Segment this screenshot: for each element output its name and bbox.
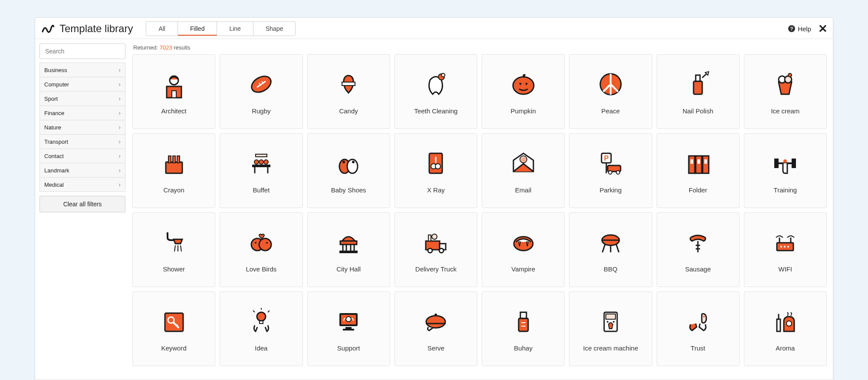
template-card-training[interactable]: Training bbox=[744, 133, 827, 208]
template-label: Nail Polish bbox=[683, 107, 713, 115]
template-label: Email bbox=[515, 186, 532, 194]
buhay-icon bbox=[508, 306, 539, 337]
header: Template library AllFilledLineShape ? He… bbox=[35, 18, 833, 39]
category-sport[interactable]: Sport› bbox=[39, 91, 125, 106]
category-label: Finance bbox=[44, 110, 64, 116]
template-label: Love Birds bbox=[246, 265, 276, 273]
pumpkin-icon bbox=[508, 69, 539, 99]
candy-icon bbox=[333, 69, 364, 99]
tab-filled[interactable]: Filled bbox=[178, 22, 217, 36]
crayon-icon bbox=[159, 148, 189, 178]
category-transport[interactable]: Transport› bbox=[39, 134, 125, 149]
training-icon bbox=[770, 148, 800, 178]
chevron-right-icon: › bbox=[118, 138, 121, 145]
template-card-aroma[interactable]: Aroma bbox=[744, 291, 827, 366]
template-label: Trust bbox=[690, 344, 705, 352]
template-card-bbq[interactable]: BBQ bbox=[569, 212, 652, 287]
template-card-trust[interactable]: Trust bbox=[657, 291, 740, 366]
category-label: Medical bbox=[44, 182, 64, 188]
icecreammachine-icon bbox=[595, 306, 626, 337]
template-label: Buffet bbox=[253, 186, 270, 194]
template-label: Delivery Truck bbox=[415, 265, 457, 273]
template-card-shower[interactable]: Shower bbox=[132, 212, 215, 287]
category-medical[interactable]: Medical› bbox=[39, 177, 125, 192]
template-card-email[interactable]: Email bbox=[482, 133, 565, 208]
babyshoes-icon bbox=[333, 148, 364, 178]
template-card-babyshoes[interactable]: Baby Shoes bbox=[307, 133, 390, 208]
template-card-pumpkin[interactable]: Pumpkin bbox=[482, 54, 565, 129]
close-icon[interactable]: ✕ bbox=[818, 23, 828, 34]
style-tabs: AllFilledLineShape bbox=[146, 21, 296, 36]
template-card-nailpolish[interactable]: Nail Polish bbox=[657, 54, 740, 129]
help-button[interactable]: ? Help bbox=[788, 25, 811, 33]
category-label: Landmark bbox=[44, 167, 69, 174]
template-card-sausage[interactable]: Sausage bbox=[657, 212, 740, 287]
category-finance[interactable]: Finance› bbox=[39, 106, 125, 120]
template-label: WIFI bbox=[779, 265, 792, 273]
template-card-serve[interactable]: Serve bbox=[395, 291, 477, 366]
support-icon bbox=[333, 306, 364, 337]
template-card-xray[interactable]: X Ray bbox=[395, 133, 477, 208]
template-label: Sausage bbox=[685, 265, 711, 273]
template-label: Pumpkin bbox=[510, 107, 536, 115]
clear-filters-button[interactable]: Clear all filters bbox=[39, 196, 125, 212]
template-card-buffet[interactable]: Buffet bbox=[220, 133, 302, 208]
template-card-icecream[interactable]: Ice cream bbox=[744, 54, 827, 129]
template-card-idea[interactable]: Idea bbox=[220, 291, 302, 366]
category-computer[interactable]: Computer› bbox=[39, 77, 125, 92]
results-count: Returned: 7023 results bbox=[133, 44, 827, 51]
peace-icon bbox=[595, 69, 626, 99]
template-card-candy[interactable]: Candy bbox=[307, 54, 390, 129]
template-card-architect[interactable]: Architect bbox=[132, 54, 215, 129]
template-card-icecreammachine[interactable]: Ice cream machine bbox=[569, 291, 652, 366]
tab-shape[interactable]: Shape bbox=[253, 22, 295, 36]
architect-icon bbox=[159, 69, 189, 99]
sausage-icon bbox=[683, 227, 713, 258]
template-label: Teeth Cleaning bbox=[414, 107, 457, 115]
template-label: Keyword bbox=[161, 344, 186, 352]
template-label: Aroma bbox=[776, 344, 795, 352]
template-card-parking[interactable]: Parking bbox=[569, 133, 652, 208]
tab-all[interactable]: All bbox=[146, 22, 178, 36]
template-card-peace[interactable]: Peace bbox=[569, 54, 652, 129]
truck-icon bbox=[421, 227, 451, 258]
template-card-buhay[interactable]: Buhay bbox=[482, 291, 565, 366]
category-nature[interactable]: Nature› bbox=[39, 120, 125, 135]
template-card-support[interactable]: Support bbox=[307, 291, 390, 366]
template-label: City Hall bbox=[336, 265, 361, 273]
app-logo-icon bbox=[40, 21, 55, 36]
template-label: Crayon bbox=[163, 186, 184, 194]
search-input[interactable] bbox=[39, 43, 125, 59]
template-card-teeth[interactable]: Teeth Cleaning bbox=[395, 54, 477, 129]
template-label: X Ray bbox=[427, 186, 445, 194]
main-content: Returned: 7023 results ArchitectRugbyCan… bbox=[130, 39, 833, 380]
category-label: Business bbox=[44, 67, 67, 73]
sidebar: Business›Computer›Sport›Finance›Nature›T… bbox=[35, 39, 130, 380]
template-label: Support bbox=[337, 344, 360, 352]
category-label: Nature bbox=[44, 124, 61, 131]
help-label: Help bbox=[798, 25, 811, 33]
category-contact[interactable]: Contact› bbox=[39, 149, 125, 163]
category-label: Sport bbox=[44, 96, 58, 102]
template-label: Parking bbox=[599, 186, 621, 194]
template-label: Architect bbox=[161, 107, 186, 115]
tab-line[interactable]: Line bbox=[217, 22, 253, 36]
template-card-truck[interactable]: Delivery Truck bbox=[395, 212, 477, 287]
buffet-icon bbox=[246, 148, 276, 178]
template-card-folder[interactable]: Folder bbox=[657, 133, 740, 208]
header-actions: ? Help ✕ bbox=[788, 23, 828, 34]
template-card-cityhall[interactable]: City Hall bbox=[307, 212, 390, 287]
category-list: Business›Computer›Sport›Finance›Nature›T… bbox=[38, 63, 127, 192]
template-card-vampire[interactable]: Vampire bbox=[482, 212, 565, 287]
category-landmark[interactable]: Landmark› bbox=[39, 163, 125, 178]
chevron-right-icon: › bbox=[118, 81, 121, 88]
template-card-rugby[interactable]: Rugby bbox=[220, 54, 302, 129]
template-card-lovebirds[interactable]: Love Birds bbox=[220, 212, 302, 287]
category-label: Contact bbox=[44, 153, 64, 159]
chevron-right-icon: › bbox=[118, 124, 121, 131]
category-business[interactable]: Business› bbox=[39, 63, 125, 77]
template-card-wifi[interactable]: WIFI bbox=[744, 212, 827, 287]
serve-icon bbox=[421, 306, 451, 337]
template-card-crayon[interactable]: Crayon bbox=[132, 133, 215, 208]
template-card-keyword[interactable]: Keyword bbox=[132, 291, 215, 366]
